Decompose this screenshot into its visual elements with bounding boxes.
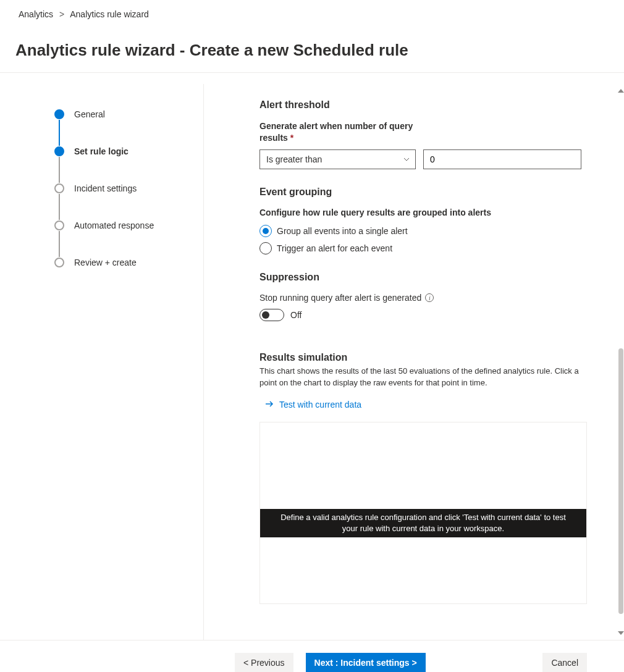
operator-value: Is greater than bbox=[266, 154, 322, 164]
scroll-down-icon[interactable] bbox=[618, 631, 624, 635]
test-link-label: Test with current data bbox=[279, 400, 361, 410]
results-simulation-section: Results simulation This chart shows the … bbox=[259, 352, 587, 604]
scrollbar[interactable] bbox=[618, 89, 624, 635]
step-circle-icon bbox=[54, 146, 64, 156]
alert-threshold-label: Generate alert when number of query resu… bbox=[259, 120, 414, 145]
step-label: Review + create bbox=[74, 258, 137, 267]
radio-label: Group all events into a single alert bbox=[277, 226, 408, 236]
chart-placeholder-message: Define a valid analytics rule configurat… bbox=[260, 509, 586, 537]
alert-threshold-heading: Alert threshold bbox=[259, 99, 587, 111]
info-icon[interactable]: i bbox=[425, 293, 434, 302]
suppression-section: Suppression Stop running query after ale… bbox=[259, 272, 587, 321]
radio-label: Trigger an alert for each event bbox=[277, 243, 392, 253]
step-label: Incident settings bbox=[74, 183, 137, 193]
toggle-knob-icon bbox=[262, 311, 269, 319]
step-general[interactable]: General bbox=[54, 109, 203, 120]
arrow-right-icon bbox=[264, 399, 274, 411]
radio-icon bbox=[259, 225, 272, 237]
results-simulation-description: This chart shows the results of the last… bbox=[259, 366, 587, 389]
wizard-steps: General Set rule logic Incident settings… bbox=[0, 84, 204, 640]
scroll-track[interactable] bbox=[618, 95, 623, 629]
wizard-footer: < Previous Next : Incident settings > Ca… bbox=[0, 640, 624, 672]
scroll-thumb[interactable] bbox=[618, 348, 623, 614]
step-label: Automated response bbox=[74, 220, 154, 230]
toggle-state: Off bbox=[290, 310, 301, 320]
step-connector bbox=[59, 157, 60, 183]
step-label: General bbox=[74, 109, 105, 119]
step-incident-settings[interactable]: Incident settings bbox=[54, 183, 203, 194]
breadcrumb: Analytics > Analytics rule wizard bbox=[0, 0, 624, 24]
step-automated-response[interactable]: Automated response bbox=[54, 220, 203, 231]
required-asterisk: * bbox=[290, 133, 293, 143]
radio-icon bbox=[259, 242, 272, 254]
step-circle-icon bbox=[54, 109, 64, 119]
step-circle-icon bbox=[54, 183, 64, 193]
suppression-toggle[interactable] bbox=[259, 309, 284, 321]
cancel-button[interactable]: Cancel bbox=[542, 653, 587, 672]
radio-trigger-each-event[interactable]: Trigger an alert for each event bbox=[259, 242, 587, 254]
operator-select[interactable]: Is greater than bbox=[259, 149, 416, 169]
scroll-up-icon[interactable] bbox=[618, 89, 624, 93]
step-review-create[interactable]: Review + create bbox=[54, 257, 203, 268]
event-grouping-section: Event grouping Configure how rule query … bbox=[259, 187, 587, 254]
step-connector bbox=[59, 120, 60, 146]
suppression-heading: Suppression bbox=[259, 272, 587, 283]
page-title: Analytics rule wizard - Create a new Sch… bbox=[0, 35, 624, 73]
chevron-down-icon bbox=[403, 156, 410, 163]
threshold-value-input[interactable] bbox=[423, 149, 581, 169]
event-grouping-subtext: Configure how rule query results are gro… bbox=[259, 208, 587, 217]
results-chart-placeholder: Define a valid analytics rule configurat… bbox=[259, 422, 587, 604]
previous-button[interactable]: < Previous bbox=[235, 653, 293, 672]
step-label: Set rule logic bbox=[74, 146, 129, 156]
event-grouping-heading: Event grouping bbox=[259, 187, 587, 198]
next-button[interactable]: Next : Incident settings > bbox=[306, 653, 426, 672]
results-simulation-heading: Results simulation bbox=[259, 352, 587, 363]
step-connector bbox=[59, 231, 60, 257]
step-set-rule-logic[interactable]: Set rule logic bbox=[54, 146, 203, 157]
step-connector bbox=[59, 194, 60, 220]
alert-threshold-section: Alert threshold Generate alert when numb… bbox=[259, 99, 587, 169]
breadcrumb-root[interactable]: Analytics bbox=[19, 9, 53, 19]
test-with-current-data-link[interactable]: Test with current data bbox=[259, 397, 587, 413]
step-circle-icon bbox=[54, 258, 64, 267]
radio-group-single-alert[interactable]: Group all events into a single alert bbox=[259, 225, 587, 237]
step-circle-icon bbox=[54, 220, 64, 230]
suppression-label: Stop running query after alert is genera… bbox=[259, 293, 421, 303]
main-content: Alert threshold Generate alert when numb… bbox=[204, 84, 624, 640]
breadcrumb-current: Analytics rule wizard bbox=[70, 9, 149, 19]
breadcrumb-separator: > bbox=[59, 9, 64, 19]
